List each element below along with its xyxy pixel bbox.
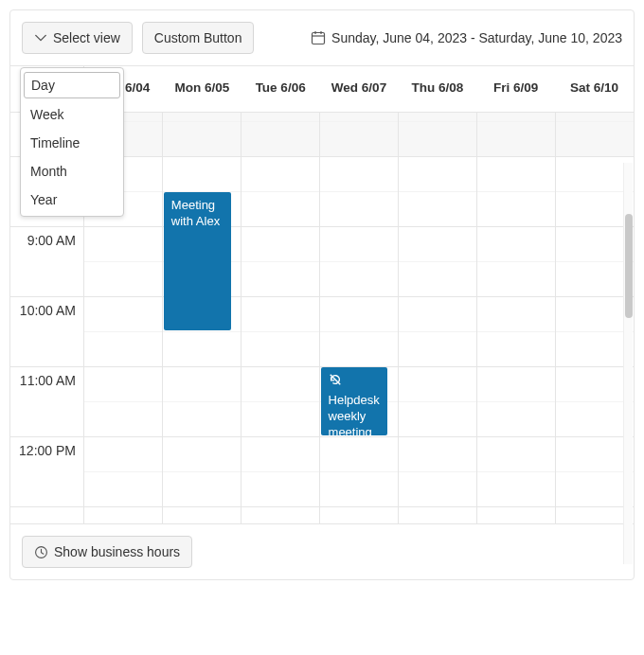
time-slot[interactable]: [84, 332, 162, 367]
day-header-fri[interactable]: Fri 6/09: [476, 66, 555, 112]
business-hours-button[interactable]: Show business hours: [22, 536, 192, 568]
day-column[interactable]: [242, 113, 320, 523]
time-slot[interactable]: [242, 437, 319, 472]
time-slot[interactable]: [477, 113, 555, 122]
time-slot[interactable]: [320, 437, 398, 472]
day-column[interactable]: [399, 113, 477, 523]
time-slot[interactable]: [477, 472, 555, 507]
time-slot[interactable]: [163, 113, 241, 122]
time-slot[interactable]: [320, 472, 398, 507]
view-option-week[interactable]: Week: [21, 100, 123, 129]
time-slot[interactable]: [477, 192, 555, 227]
clock-icon: [34, 545, 48, 559]
calendar-icon: [311, 30, 326, 45]
day-column[interactable]: [477, 113, 556, 523]
day-header-tue[interactable]: Tue 6/06: [242, 66, 320, 112]
time-slot[interactable]: [399, 472, 476, 507]
time-slot[interactable]: [320, 157, 398, 192]
footer: Show business hours: [10, 523, 634, 579]
time-slot[interactable]: [163, 332, 241, 367]
time-slot[interactable]: [556, 122, 634, 157]
day-header-thu[interactable]: Thu 6/08: [398, 66, 476, 112]
time-slot[interactable]: [163, 402, 241, 437]
time-slot[interactable]: [242, 262, 319, 297]
day-header-mon[interactable]: Mon 6/05: [163, 66, 242, 112]
time-slot[interactable]: [84, 262, 162, 297]
time-slot[interactable]: [477, 227, 555, 262]
day-column[interactable]: [556, 113, 634, 523]
scrollbar-thumb[interactable]: [625, 214, 633, 318]
time-slot[interactable]: [242, 472, 319, 507]
time-slot[interactable]: [84, 297, 162, 332]
time-slot[interactable]: [477, 157, 555, 192]
time-slot[interactable]: [399, 262, 476, 297]
view-option-year[interactable]: Year: [21, 186, 123, 214]
time-slot[interactable]: [477, 402, 555, 437]
time-slot[interactable]: [477, 437, 555, 472]
time-slot[interactable]: [242, 332, 319, 367]
time-slot[interactable]: [242, 192, 319, 227]
time-slot[interactable]: [320, 332, 398, 367]
time-slot[interactable]: [242, 297, 319, 332]
time-slot[interactable]: [477, 297, 555, 332]
time-slot[interactable]: [320, 297, 398, 332]
time-slot[interactable]: [477, 122, 555, 157]
view-dropdown[interactable]: Day Week Timeline Month Year: [20, 67, 124, 217]
time-slot[interactable]: [399, 113, 476, 122]
time-slot[interactable]: [477, 332, 555, 367]
time-slot[interactable]: [84, 402, 162, 437]
time-slot[interactable]: [399, 332, 476, 367]
time-slot[interactable]: [399, 227, 476, 262]
time-slot[interactable]: [163, 122, 241, 157]
time-slot[interactable]: [84, 472, 162, 507]
time-slot[interactable]: [320, 122, 398, 157]
day-header-wed[interactable]: Wed 6/07: [320, 66, 399, 112]
time-slot[interactable]: [399, 297, 476, 332]
time-slot[interactable]: [556, 192, 634, 227]
time-slot[interactable]: [399, 122, 476, 157]
custom-button[interactable]: Custom Button: [142, 22, 255, 54]
view-option-timeline[interactable]: Timeline: [21, 129, 123, 157]
time-slot[interactable]: [556, 227, 634, 262]
time-slot[interactable]: [242, 113, 319, 122]
view-option-month[interactable]: Month: [21, 157, 123, 186]
day-column[interactable]: [320, 113, 399, 523]
time-slot[interactable]: [84, 227, 162, 262]
time-slot[interactable]: [556, 157, 634, 192]
time-slot[interactable]: [320, 262, 398, 297]
time-slot[interactable]: [399, 192, 476, 227]
time-slot[interactable]: [556, 472, 634, 507]
time-slot[interactable]: [556, 332, 634, 367]
time-slot[interactable]: [399, 402, 476, 437]
time-slot[interactable]: [320, 113, 398, 122]
time-slot[interactable]: [163, 157, 241, 192]
time-slot[interactable]: [477, 367, 555, 402]
time-slot[interactable]: [556, 297, 634, 332]
time-slot[interactable]: [477, 262, 555, 297]
calendar-event[interactable]: Helpdesk weekly meeting: [321, 367, 388, 435]
time-slot[interactable]: [556, 402, 634, 437]
time-slot[interactable]: [242, 122, 319, 157]
calendar-event[interactable]: Meeting with Alex: [164, 192, 231, 330]
time-slot[interactable]: [556, 367, 634, 402]
time-slot[interactable]: [399, 157, 476, 192]
time-slot[interactable]: [163, 472, 241, 507]
time-slot[interactable]: [84, 367, 162, 402]
time-slot[interactable]: [556, 437, 634, 472]
time-slot[interactable]: [399, 437, 476, 472]
view-option-day[interactable]: Day: [24, 72, 120, 98]
time-slot[interactable]: [84, 437, 162, 472]
select-view-button[interactable]: Select view: [22, 22, 133, 54]
time-slot[interactable]: [163, 437, 241, 472]
day-header-sat[interactable]: Sat 6/10: [555, 66, 634, 112]
time-slot[interactable]: [242, 367, 319, 402]
time-slot[interactable]: [556, 113, 634, 122]
time-slot[interactable]: [163, 367, 241, 402]
time-slot[interactable]: [556, 262, 634, 297]
time-slot[interactable]: [320, 192, 398, 227]
time-slot[interactable]: [320, 227, 398, 262]
time-slot[interactable]: [399, 367, 476, 402]
time-slot[interactable]: [242, 402, 319, 437]
time-slot[interactable]: [242, 157, 319, 192]
time-slot[interactable]: [242, 227, 319, 262]
